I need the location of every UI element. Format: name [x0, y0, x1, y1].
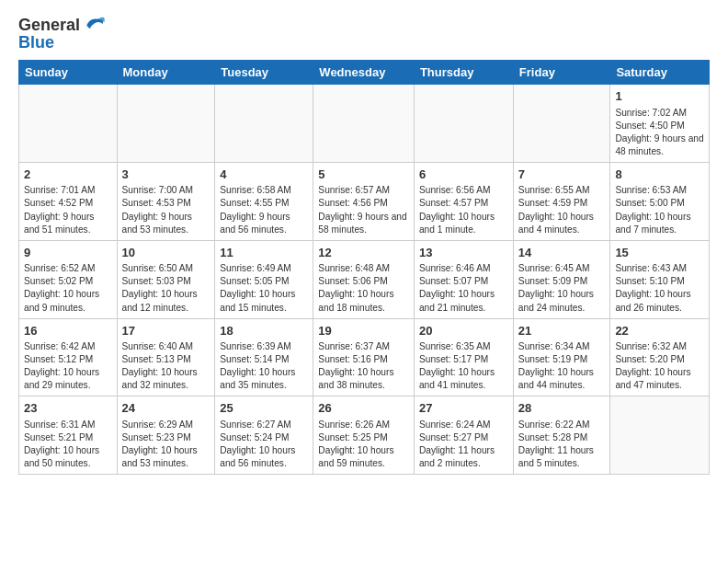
calendar-cell [313, 85, 415, 163]
day-info: Sunrise: 6:43 AM Sunset: 5:10 PM Dayligh… [615, 262, 704, 314]
day-number: 26 [318, 400, 409, 417]
col-header-saturday: Saturday [610, 61, 710, 85]
day-number: 18 [220, 323, 308, 339]
calendar-week-row: 2Sunrise: 7:01 AM Sunset: 4:52 PM Daylig… [19, 162, 710, 240]
day-number: 17 [122, 323, 210, 339]
day-info: Sunrise: 6:48 AM Sunset: 5:06 PM Dayligh… [318, 262, 409, 314]
day-number: 12 [318, 245, 409, 261]
day-number: 19 [318, 323, 409, 339]
day-info: Sunrise: 6:58 AM Sunset: 4:55 PM Dayligh… [220, 184, 308, 236]
day-info: Sunrise: 6:24 AM Sunset: 5:27 PM Dayligh… [419, 419, 508, 470]
day-info: Sunrise: 6:46 AM Sunset: 5:07 PM Dayligh… [419, 262, 508, 314]
day-info: Sunrise: 6:37 AM Sunset: 5:16 PM Dayligh… [318, 340, 409, 392]
calendar-cell: 15Sunrise: 6:43 AM Sunset: 5:10 PM Dayli… [610, 240, 710, 318]
calendar-table: SundayMondayTuesdayWednesdayThursdayFrid… [18, 60, 710, 475]
day-info: Sunrise: 6:26 AM Sunset: 5:25 PM Dayligh… [318, 419, 409, 470]
day-number: 11 [220, 245, 308, 261]
calendar-cell: 5Sunrise: 6:57 AM Sunset: 4:56 PM Daylig… [313, 162, 415, 240]
day-info: Sunrise: 6:55 AM Sunset: 4:59 PM Dayligh… [518, 184, 606, 236]
calendar-cell: 19Sunrise: 6:37 AM Sunset: 5:16 PM Dayli… [313, 318, 415, 396]
day-number: 7 [518, 167, 606, 183]
calendar-cell: 18Sunrise: 6:39 AM Sunset: 5:14 PM Dayli… [215, 318, 313, 396]
day-info: Sunrise: 7:00 AM Sunset: 4:53 PM Dayligh… [122, 184, 210, 236]
page: General Blue SundayMondayTuesdayWednesda… [0, 0, 728, 489]
calendar-cell: 6Sunrise: 6:56 AM Sunset: 4:57 PM Daylig… [414, 162, 513, 240]
calendar-cell [610, 396, 710, 475]
day-number: 20 [419, 323, 508, 339]
calendar-cell: 23Sunrise: 6:31 AM Sunset: 5:21 PM Dayli… [19, 396, 118, 475]
logo: General Blue [18, 15, 108, 52]
calendar-cell: 1Sunrise: 7:02 AM Sunset: 4:50 PM Daylig… [610, 85, 710, 163]
day-info: Sunrise: 6:50 AM Sunset: 5:03 PM Dayligh… [122, 262, 210, 314]
col-header-wednesday: Wednesday [313, 61, 415, 85]
day-info: Sunrise: 6:35 AM Sunset: 5:17 PM Dayligh… [419, 340, 508, 392]
col-header-monday: Monday [117, 61, 215, 85]
calendar-cell: 12Sunrise: 6:48 AM Sunset: 5:06 PM Dayli… [313, 240, 415, 318]
day-number: 8 [615, 167, 704, 183]
calendar-cell: 21Sunrise: 6:34 AM Sunset: 5:19 PM Dayli… [513, 318, 610, 396]
calendar-cell [19, 85, 118, 163]
calendar-cell: 11Sunrise: 6:49 AM Sunset: 5:05 PM Dayli… [215, 240, 313, 318]
day-info: Sunrise: 6:40 AM Sunset: 5:13 PM Dayligh… [122, 340, 210, 392]
calendar-cell: 16Sunrise: 6:42 AM Sunset: 5:12 PM Dayli… [19, 318, 118, 396]
day-number: 3 [122, 167, 210, 183]
calendar-cell [414, 85, 513, 163]
calendar-cell: 10Sunrise: 6:50 AM Sunset: 5:03 PM Dayli… [117, 240, 215, 318]
calendar-cell: 3Sunrise: 7:00 AM Sunset: 4:53 PM Daylig… [117, 162, 215, 240]
day-info: Sunrise: 6:29 AM Sunset: 5:23 PM Dayligh… [122, 419, 210, 470]
calendar-cell: 17Sunrise: 6:40 AM Sunset: 5:13 PM Dayli… [117, 318, 215, 396]
day-info: Sunrise: 6:42 AM Sunset: 5:12 PM Dayligh… [24, 340, 112, 392]
calendar-cell: 9Sunrise: 6:52 AM Sunset: 5:02 PM Daylig… [19, 240, 118, 318]
day-info: Sunrise: 6:57 AM Sunset: 4:56 PM Dayligh… [318, 184, 409, 236]
calendar-cell [513, 85, 610, 163]
calendar-cell: 8Sunrise: 6:53 AM Sunset: 5:00 PM Daylig… [610, 162, 710, 240]
day-info: Sunrise: 6:32 AM Sunset: 5:20 PM Dayligh… [615, 340, 704, 392]
logo-text: General [18, 17, 80, 35]
day-info: Sunrise: 6:53 AM Sunset: 5:00 PM Dayligh… [615, 184, 704, 236]
day-number: 25 [220, 400, 308, 417]
calendar-cell: 13Sunrise: 6:46 AM Sunset: 5:07 PM Dayli… [414, 240, 513, 318]
day-info: Sunrise: 6:49 AM Sunset: 5:05 PM Dayligh… [220, 262, 308, 314]
calendar-cell: 24Sunrise: 6:29 AM Sunset: 5:23 PM Dayli… [117, 396, 215, 475]
calendar-cell: 27Sunrise: 6:24 AM Sunset: 5:27 PM Dayli… [414, 396, 513, 475]
day-number: 10 [122, 245, 210, 261]
day-number: 2 [24, 167, 112, 183]
calendar-cell: 2Sunrise: 7:01 AM Sunset: 4:52 PM Daylig… [19, 162, 118, 240]
day-number: 22 [615, 323, 704, 339]
col-header-thursday: Thursday [414, 61, 513, 85]
calendar-cell: 28Sunrise: 6:22 AM Sunset: 5:28 PM Dayli… [513, 396, 610, 475]
col-header-tuesday: Tuesday [215, 61, 313, 85]
day-info: Sunrise: 6:52 AM Sunset: 5:02 PM Dayligh… [24, 262, 112, 314]
day-number: 27 [419, 400, 508, 417]
day-info: Sunrise: 6:22 AM Sunset: 5:28 PM Dayligh… [518, 419, 606, 470]
day-number: 1 [615, 88, 704, 105]
calendar-header-row: SundayMondayTuesdayWednesdayThursdayFrid… [19, 61, 710, 85]
day-number: 9 [24, 245, 112, 261]
calendar-cell [215, 85, 313, 163]
calendar-week-row: 16Sunrise: 6:42 AM Sunset: 5:12 PM Dayli… [19, 318, 710, 396]
day-info: Sunrise: 6:39 AM Sunset: 5:14 PM Dayligh… [220, 340, 308, 392]
calendar-week-row: 1Sunrise: 7:02 AM Sunset: 4:50 PM Daylig… [19, 85, 710, 163]
calendar-cell: 22Sunrise: 6:32 AM Sunset: 5:20 PM Dayli… [610, 318, 710, 396]
calendar-week-row: 9Sunrise: 6:52 AM Sunset: 5:02 PM Daylig… [19, 240, 710, 318]
day-number: 16 [24, 323, 112, 339]
day-number: 13 [419, 245, 508, 261]
day-number: 23 [24, 400, 112, 417]
calendar-week-row: 23Sunrise: 6:31 AM Sunset: 5:21 PM Dayli… [19, 396, 710, 475]
day-number: 28 [518, 400, 606, 417]
calendar-cell [117, 85, 215, 163]
day-number: 21 [518, 323, 606, 339]
day-info: Sunrise: 6:31 AM Sunset: 5:21 PM Dayligh… [24, 419, 112, 470]
calendar-cell: 7Sunrise: 6:55 AM Sunset: 4:59 PM Daylig… [513, 162, 610, 240]
calendar-cell: 26Sunrise: 6:26 AM Sunset: 5:25 PM Dayli… [313, 396, 415, 475]
calendar-cell: 20Sunrise: 6:35 AM Sunset: 5:17 PM Dayli… [414, 318, 513, 396]
calendar-cell: 4Sunrise: 6:58 AM Sunset: 4:55 PM Daylig… [215, 162, 313, 240]
day-number: 5 [318, 167, 409, 183]
day-info: Sunrise: 6:45 AM Sunset: 5:09 PM Dayligh… [518, 262, 606, 314]
day-info: Sunrise: 6:56 AM Sunset: 4:57 PM Dayligh… [419, 184, 508, 236]
day-info: Sunrise: 6:27 AM Sunset: 5:24 PM Dayligh… [220, 419, 308, 470]
day-info: Sunrise: 6:34 AM Sunset: 5:19 PM Dayligh… [518, 340, 606, 392]
day-number: 4 [220, 167, 308, 183]
calendar-cell: 14Sunrise: 6:45 AM Sunset: 5:09 PM Dayli… [513, 240, 610, 318]
logo-bird-icon [82, 11, 108, 37]
